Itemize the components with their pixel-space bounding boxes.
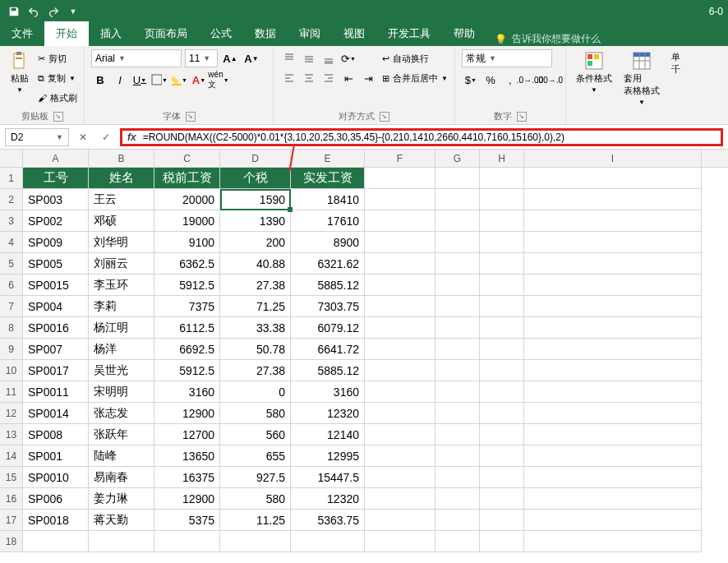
- cell[interactable]: [435, 381, 480, 403]
- align-right-icon[interactable]: [320, 69, 338, 87]
- conditional-format-button[interactable]: 条件格式▼: [573, 49, 615, 95]
- cell-pretax[interactable]: 12900: [154, 488, 220, 510]
- cell[interactable]: [365, 445, 435, 467]
- cell-pretax[interactable]: 6362.5: [154, 253, 220, 275]
- cell-name[interactable]: 蒋天勤: [89, 510, 154, 531]
- cell[interactable]: [480, 232, 524, 253]
- cell[interactable]: [524, 253, 702, 275]
- cell[interactable]: [480, 275, 524, 296]
- tab-file[interactable]: 文件: [0, 21, 44, 46]
- column-header-E[interactable]: E: [291, 150, 365, 167]
- cell-id[interactable]: SP007: [23, 339, 89, 360]
- cell-id[interactable]: SP006: [23, 488, 89, 510]
- cell[interactable]: [365, 360, 435, 381]
- cell-pretax[interactable]: 7375: [154, 296, 220, 317]
- tab-help[interactable]: 帮助: [442, 21, 486, 46]
- cell-name[interactable]: 姜力琳: [89, 488, 154, 510]
- cell[interactable]: [524, 339, 702, 360]
- enter-formula-icon[interactable]: ✓: [97, 128, 115, 146]
- percent-format-icon[interactable]: %: [481, 71, 500, 89]
- accounting-format-icon[interactable]: $▼: [462, 71, 480, 89]
- cell-name[interactable]: 李玉环: [89, 275, 154, 296]
- cell-name[interactable]: 杨江明: [89, 317, 154, 339]
- cell[interactable]: [435, 488, 480, 510]
- cell[interactable]: [435, 403, 480, 424]
- row-header-17[interactable]: 17: [0, 510, 23, 531]
- cell[interactable]: [435, 360, 480, 381]
- cell-name[interactable]: 张志发: [89, 403, 154, 424]
- cell-tax[interactable]: 40.88: [220, 253, 291, 275]
- header-id[interactable]: 工号: [23, 168, 89, 189]
- row-header-14[interactable]: 14: [0, 445, 23, 467]
- align-dialog-launcher[interactable]: ↘: [380, 112, 389, 122]
- tab-insert[interactable]: 插入: [89, 21, 133, 46]
- font-color-button[interactable]: A▼: [190, 71, 208, 89]
- row-header-13[interactable]: 13: [0, 424, 23, 445]
- cell-id[interactable]: SP0014: [23, 403, 89, 424]
- cell-id[interactable]: SP001: [23, 445, 89, 467]
- align-middle-icon[interactable]: [300, 49, 318, 67]
- cell[interactable]: [480, 445, 524, 467]
- tab-home[interactable]: 开始: [44, 21, 89, 46]
- tab-layout[interactable]: 页面布局: [133, 21, 199, 46]
- phonetic-button[interactable]: wén文▼: [210, 71, 228, 89]
- tab-formulas[interactable]: 公式: [199, 21, 243, 46]
- cell[interactable]: [480, 296, 524, 317]
- cell[interactable]: [524, 403, 702, 424]
- row-header-7[interactable]: 7: [0, 296, 23, 317]
- cell[interactable]: [365, 467, 435, 488]
- cell[interactable]: [365, 488, 435, 510]
- cell-id[interactable]: SP0017: [23, 360, 89, 381]
- cell[interactable]: [435, 510, 480, 531]
- cell[interactable]: [480, 360, 524, 381]
- column-header-G[interactable]: G: [435, 150, 480, 167]
- row-header-18[interactable]: 18: [0, 531, 23, 552]
- cell[interactable]: [435, 296, 480, 317]
- cell-name[interactable]: 陆峰: [89, 445, 154, 467]
- decrease-indent-icon[interactable]: ⇤: [339, 69, 357, 87]
- format-painter-button[interactable]: 🖌格式刷: [38, 89, 77, 107]
- cell-id[interactable]: SP008: [23, 424, 89, 445]
- cell-pretax[interactable]: 12900: [154, 403, 220, 424]
- column-header-A[interactable]: A: [23, 150, 89, 167]
- cell-name[interactable]: 李莉: [89, 296, 154, 317]
- cell-tax[interactable]: 1590: [220, 189, 291, 210]
- cell[interactable]: [365, 296, 435, 317]
- cell[interactable]: [435, 210, 480, 232]
- cell-net[interactable]: 8900: [291, 232, 365, 253]
- cell-tax[interactable]: 1390: [220, 210, 291, 232]
- cell[interactable]: [480, 510, 524, 531]
- cell-tax[interactable]: 11.25: [220, 510, 291, 531]
- cell-id[interactable]: SP002: [23, 210, 89, 232]
- cell[interactable]: [291, 531, 365, 552]
- header-tax[interactable]: 个税: [220, 168, 291, 189]
- cell[interactable]: [435, 253, 480, 275]
- cell-name[interactable]: 邓硕: [89, 210, 154, 232]
- qat-customize-icon[interactable]: ▼: [64, 2, 82, 21]
- cell-id[interactable]: SP003: [23, 189, 89, 210]
- row-header-5[interactable]: 5: [0, 253, 23, 275]
- cell-net[interactable]: 5885.12: [291, 360, 365, 381]
- cell-net[interactable]: 7303.75: [291, 296, 365, 317]
- clipboard-dialog-launcher[interactable]: ↘: [53, 112, 63, 122]
- cell-pretax[interactable]: 19000: [154, 210, 220, 232]
- row-header-1[interactable]: 1: [0, 168, 23, 189]
- cell[interactable]: [524, 189, 702, 210]
- cell[interactable]: [435, 424, 480, 445]
- cell[interactable]: [480, 210, 524, 232]
- cell-pretax[interactable]: 13650: [154, 445, 220, 467]
- cell-tax[interactable]: 200: [220, 232, 291, 253]
- cell-id[interactable]: SP0010: [23, 467, 89, 488]
- cell[interactable]: [435, 317, 480, 339]
- cell-pretax[interactable]: 6692.5: [154, 339, 220, 360]
- cell-net[interactable]: 12320: [291, 488, 365, 510]
- header-pretax[interactable]: 税前工资: [154, 168, 220, 189]
- column-header-F[interactable]: F: [365, 150, 435, 167]
- bold-button[interactable]: B: [91, 71, 109, 89]
- row-header-2[interactable]: 2: [0, 189, 23, 210]
- cell-tax[interactable]: 33.38: [220, 317, 291, 339]
- paste-button[interactable]: 粘贴 ▼: [7, 49, 33, 95]
- cell[interactable]: [435, 275, 480, 296]
- align-left-icon[interactable]: [280, 69, 298, 87]
- row-header-16[interactable]: 16: [0, 488, 23, 510]
